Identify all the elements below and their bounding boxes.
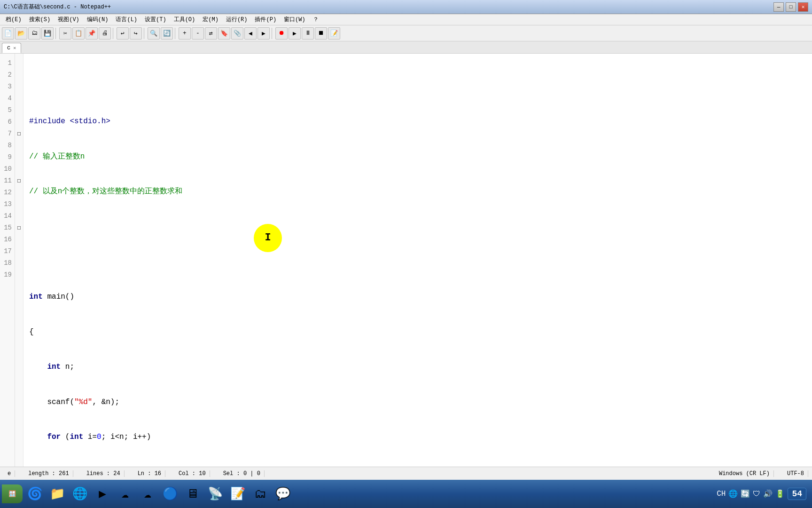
tb-pause[interactable]: ⏸ (302, 27, 314, 40)
folder-icon: 📁 (50, 486, 65, 501)
main-wrapper: C:\C语言基础\second.c - Notepad++ — □ ✕ 档(E)… (0, 0, 812, 480)
code-editor[interactable]: 12345678910111213141516171819 ◻◻◻ I #inc… (0, 54, 812, 467)
tb-open2[interactable]: 🗂 (28, 27, 40, 40)
tab-close-icon[interactable]: ✕ (13, 45, 16, 51)
wechat-icon: 💬 (275, 486, 290, 501)
tb-find[interactable]: 🔍 (148, 27, 160, 40)
menu-file[interactable]: 档(E) (2, 15, 25, 24)
tab-label: c (7, 45, 10, 51)
status-col: Col : 10 (175, 470, 210, 477)
taskbar-icon-files[interactable]: 🗂 (250, 484, 271, 504)
menu-macro[interactable]: 宏(M) (199, 15, 222, 24)
line-1: #include <stdio.h> (29, 116, 806, 127)
menu-search[interactable]: 搜索(S) (25, 15, 55, 24)
battery-icon[interactable]: 🔋 (775, 489, 785, 499)
start-label: 🪟 (8, 490, 16, 498)
status-encoding: Windows (CR LF) (715, 470, 774, 477)
taskbar: 🪟 🌀 📁 🌐 ▶ ☁ ☁ 🔵 🖥 📡 📝 🗂 💬 CH 🌐 🔄 🛡 � (0, 480, 812, 508)
status-ln: Ln : 16 (134, 470, 165, 477)
taskbar-icon-wechat[interactable]: 💬 (273, 484, 293, 504)
tb-next[interactable]: ▶ (258, 27, 270, 40)
taskbar-right: CH 🌐 🔄 🛡 🔊 🔋 54 (713, 488, 810, 500)
sep4 (175, 28, 177, 39)
tb-sync[interactable]: ⇄ (205, 27, 217, 40)
tab-second-c[interactable]: c ✕ (2, 43, 21, 53)
tb-redo[interactable]: ↪ (130, 27, 142, 40)
tb-prev[interactable]: ◀ (244, 27, 257, 40)
tb-save[interactable]: 💾 (41, 27, 54, 40)
tb-cut[interactable]: ✂ (59, 27, 71, 40)
menu-encode[interactable]: 编码(N) (83, 15, 112, 24)
taskbar-icon-ftp[interactable]: 📡 (205, 484, 226, 504)
clock-display[interactable]: 54 (788, 488, 806, 500)
taskbar-icon-ie[interactable]: 🌐 (70, 484, 90, 504)
line-8: int n; (29, 361, 806, 373)
network-icon[interactable]: 🌐 (728, 489, 738, 499)
menu-tools[interactable]: 工具(O) (170, 15, 199, 24)
maximize-button[interactable]: □ (786, 2, 796, 12)
taskbar-icon-media[interactable]: ▶ (92, 484, 113, 504)
media-icon: ▶ (99, 486, 106, 501)
tabbar: c ✕ (0, 41, 812, 54)
menu-run[interactable]: 运行(R) (222, 15, 251, 24)
taskbar-icon-chrome[interactable]: 🔵 (160, 484, 180, 504)
taskbar-icon-cloud2[interactable]: ☁ (137, 484, 158, 504)
minimize-button[interactable]: — (773, 2, 784, 12)
line-numbers: 12345678910111213141516171819 (0, 54, 15, 467)
menu-view[interactable]: 视图(V) (54, 15, 83, 24)
taskbar-icon-folder[interactable]: 📁 (47, 484, 68, 504)
menu-window[interactable]: 窗口(W) (280, 15, 309, 24)
tb-copy[interactable]: 📋 (72, 27, 85, 40)
status-format: UTF-8 (783, 470, 808, 477)
sep5 (272, 28, 273, 39)
tb-bookmark[interactable]: 🔖 (218, 27, 230, 40)
ftp-icon: 📡 (208, 486, 223, 501)
line-4 (29, 221, 806, 233)
tb-bookmark2[interactable]: 📎 (231, 27, 243, 40)
lang-indicator[interactable]: CH (717, 490, 726, 498)
tb-zoom-out[interactable]: - (192, 27, 204, 40)
ie-icon: 🌐 (72, 486, 87, 501)
taskbar-icon-word[interactable]: 📝 (227, 484, 248, 504)
code-content[interactable]: I #include <stdio.h> // 输入正整数n // 以及n个整数… (23, 54, 812, 467)
menu-language[interactable]: 语言(L) (112, 15, 141, 24)
line-9: scanf("%d", &n); (29, 397, 806, 408)
tb-run[interactable]: ⏺ (275, 27, 288, 40)
word-icon: 📝 (230, 486, 245, 501)
tb-run2[interactable]: ▶ (289, 27, 301, 40)
tb-print[interactable]: 🖨 (99, 27, 111, 40)
taskbar-icon-terminal[interactable]: 🖥 (182, 484, 203, 504)
cloud1-icon: ☁ (121, 486, 129, 501)
update-icon[interactable]: 🔄 (741, 489, 750, 499)
line-2: // 输入正整数n (29, 151, 806, 163)
menu-plugins[interactable]: 插件(P) (251, 15, 280, 24)
tb-undo[interactable]: ↩ (117, 27, 129, 40)
status-filename: e (4, 470, 15, 477)
line-3: // 以及n个整数，对这些整数中的正整数求和 (29, 186, 806, 198)
tb-stop[interactable]: ⏹ (315, 27, 327, 40)
taskbar-icon-cloud1[interactable]: ☁ (115, 484, 135, 504)
menu-help[interactable]: ？ (309, 15, 322, 24)
tb-open[interactable]: 📂 (15, 27, 27, 40)
statusbar: e length : 261 lines : 24 Ln : 16 Col : … (0, 467, 812, 480)
tb-zoom-in[interactable]: + (179, 27, 191, 40)
tb-new[interactable]: 📄 (2, 27, 14, 40)
status-length: length : 261 (24, 470, 73, 477)
menubar: 档(E) 搜索(S) 视图(V) 编码(N) 语言(L) 设置(T) 工具(O)… (0, 14, 812, 25)
titlebar: C:\C语言基础\second.c - Notepad++ — □ ✕ (0, 0, 812, 14)
tb-paste[interactable]: 📌 (86, 27, 98, 40)
tb-replace[interactable]: 🔄 (161, 27, 173, 40)
window-controls: — □ ✕ (773, 2, 808, 12)
start-button[interactable]: 🪟 (2, 484, 23, 503)
tb-macro[interactable]: 📝 (328, 27, 340, 40)
line-6: int main() (29, 291, 806, 303)
line-5 (29, 256, 806, 268)
shield-icon[interactable]: 🛡 (753, 490, 760, 499)
close-button[interactable]: ✕ (798, 2, 808, 12)
line-7: { (29, 326, 806, 338)
menu-settings[interactable]: 设置(T) (141, 15, 170, 24)
sep2 (113, 28, 115, 39)
volume-icon[interactable]: 🔊 (763, 489, 773, 499)
taskbar-icon-spin[interactable]: 🌀 (24, 484, 45, 504)
files-icon: 🗂 (254, 486, 266, 501)
